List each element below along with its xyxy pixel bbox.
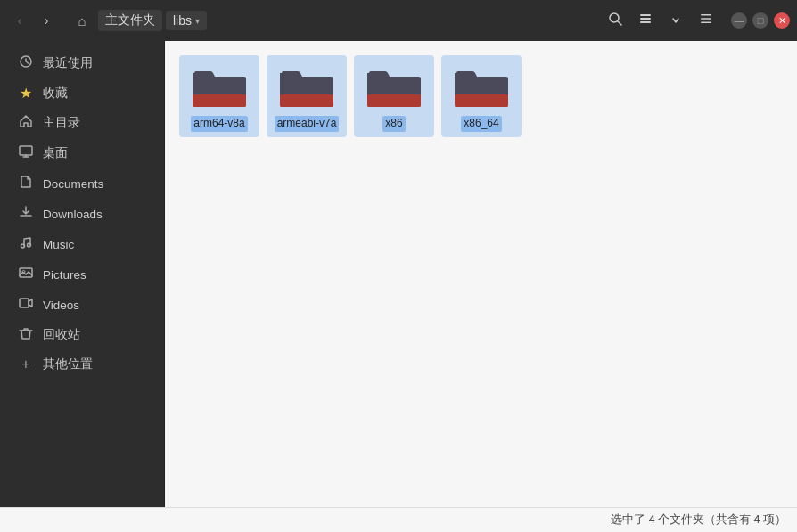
sidebar-item-recent[interactable]: 最近使用: [4, 48, 160, 78]
sidebar-label-downloads: Downloads: [43, 208, 103, 221]
file-label: armeabi-v7a: [275, 116, 340, 132]
sidebar-item-trash[interactable]: 回收站: [4, 320, 160, 350]
svg-rect-6: [701, 18, 711, 20]
home-path-button[interactable]: ⌂: [70, 8, 94, 33]
music-icon: [18, 235, 34, 253]
sidebar-item-pictures[interactable]: Pictures: [4, 259, 160, 290]
view-dropdown-icon: [671, 12, 680, 29]
recent-icon: [18, 54, 34, 72]
file-label: x86: [382, 116, 405, 132]
sidebar-label-music: Music: [43, 238, 74, 251]
titlebar: ‹ › ⌂ 主文件夹 libs ▾: [0, 0, 797, 41]
close-button[interactable]: ✕: [774, 12, 790, 29]
forward-icon: ›: [45, 13, 49, 28]
svg-rect-16: [20, 299, 29, 307]
file-area: arm64-v8a armeabi-v7a: [165, 41, 797, 507]
sidebar-item-documents[interactable]: Documents: [4, 168, 160, 199]
back-button[interactable]: ‹: [7, 8, 32, 33]
folder-icon: [191, 62, 248, 112]
sidebar-item-bookmarks[interactable]: ★ 收藏: [4, 78, 160, 108]
path-main-segment[interactable]: 主文件夹: [98, 10, 162, 31]
home-icon: ⌂: [78, 13, 86, 29]
svg-point-12: [21, 244, 25, 248]
downloads-icon: [18, 205, 34, 223]
pictures-icon: [18, 266, 34, 283]
sidebar-label-bookmarks: 收藏: [43, 86, 68, 102]
path-bar: ⌂ 主文件夹 libs ▾: [70, 8, 207, 33]
svg-line-1: [618, 21, 621, 25]
svg-rect-18: [280, 94, 333, 107]
statusbar-text: 选中了 4 个文件夹（共含有 4 项）: [611, 512, 786, 528]
view-list-icon: [638, 12, 653, 29]
sidebar-label-pictures: Pictures: [43, 268, 86, 282]
svg-rect-4: [640, 21, 651, 23]
documents-icon: [18, 175, 34, 192]
trash-icon: [18, 326, 34, 344]
nav-buttons: ‹ ›: [7, 8, 59, 33]
bookmarks-icon: ★: [18, 85, 34, 102]
menu-button[interactable]: [692, 6, 720, 35]
minimize-icon: —: [735, 15, 744, 26]
toolbar-actions: [601, 6, 720, 35]
svg-rect-17: [193, 94, 246, 107]
search-icon: [608, 12, 622, 29]
svg-rect-20: [455, 94, 508, 107]
desktop-icon: [18, 144, 34, 162]
sidebar-label-recent: 最近使用: [43, 55, 93, 71]
svg-rect-5: [701, 14, 711, 16]
sidebar-item-music[interactable]: Music: [4, 229, 160, 259]
file-item[interactable]: armeabi-v7a: [267, 55, 347, 137]
main-content: 最近使用 ★ 收藏 主目录 桌面: [0, 41, 797, 507]
sidebar-label-home: 主目录: [43, 115, 80, 131]
folder-icon: [278, 62, 335, 112]
back-icon: ‹: [18, 13, 22, 28]
sidebar-label-videos: Videos: [43, 299, 79, 312]
close-icon: ✕: [778, 15, 786, 27]
maximize-icon: □: [758, 15, 764, 26]
file-item[interactable]: arm64-v8a: [179, 55, 259, 137]
file-label: arm64-v8a: [191, 116, 247, 132]
search-button[interactable]: [601, 6, 629, 35]
path-libs-label: libs: [173, 13, 192, 28]
videos-icon: [18, 296, 34, 314]
folder-icon: [366, 62, 423, 112]
svg-rect-7: [701, 22, 711, 24]
file-grid: arm64-v8a armeabi-v7a: [179, 55, 783, 137]
sidebar-item-videos[interactable]: Videos: [4, 290, 160, 320]
sidebar-item-home[interactable]: 主目录: [4, 108, 160, 138]
sidebar: 最近使用 ★ 收藏 主目录 桌面: [0, 41, 165, 507]
home-sidebar-icon: [18, 114, 34, 132]
minimize-button[interactable]: —: [731, 12, 747, 29]
sidebar-label-documents: Documents: [43, 177, 103, 191]
sidebar-item-other[interactable]: + 其他位置: [4, 350, 160, 379]
svg-rect-19: [367, 94, 421, 107]
path-libs-segment[interactable]: libs ▾: [166, 11, 207, 30]
svg-rect-3: [640, 18, 651, 20]
maximize-button[interactable]: □: [752, 12, 768, 29]
other-icon: +: [18, 356, 34, 372]
view-list-button[interactable]: [631, 6, 660, 35]
sidebar-label-other: 其他位置: [43, 356, 93, 372]
window-controls: — □ ✕: [731, 12, 790, 29]
path-libs-dropdown-icon: ▾: [195, 16, 200, 26]
forward-button[interactable]: ›: [34, 8, 59, 33]
file-item[interactable]: x86: [354, 55, 434, 137]
view-dropdown-button[interactable]: [661, 6, 690, 35]
folder-icon: [453, 62, 510, 112]
svg-rect-9: [20, 146, 32, 155]
file-label: x86_64: [461, 116, 501, 132]
file-item[interactable]: x86_64: [441, 55, 522, 137]
sidebar-label-desktop: 桌面: [43, 145, 68, 161]
sidebar-item-downloads[interactable]: Downloads: [4, 199, 160, 229]
menu-icon: [699, 12, 713, 29]
sidebar-item-desktop[interactable]: 桌面: [4, 138, 160, 168]
svg-point-13: [28, 243, 31, 247]
statusbar: 选中了 4 个文件夹（共含有 4 项）: [0, 507, 797, 532]
svg-rect-2: [640, 14, 651, 16]
sidebar-label-trash: 回收站: [43, 327, 80, 343]
